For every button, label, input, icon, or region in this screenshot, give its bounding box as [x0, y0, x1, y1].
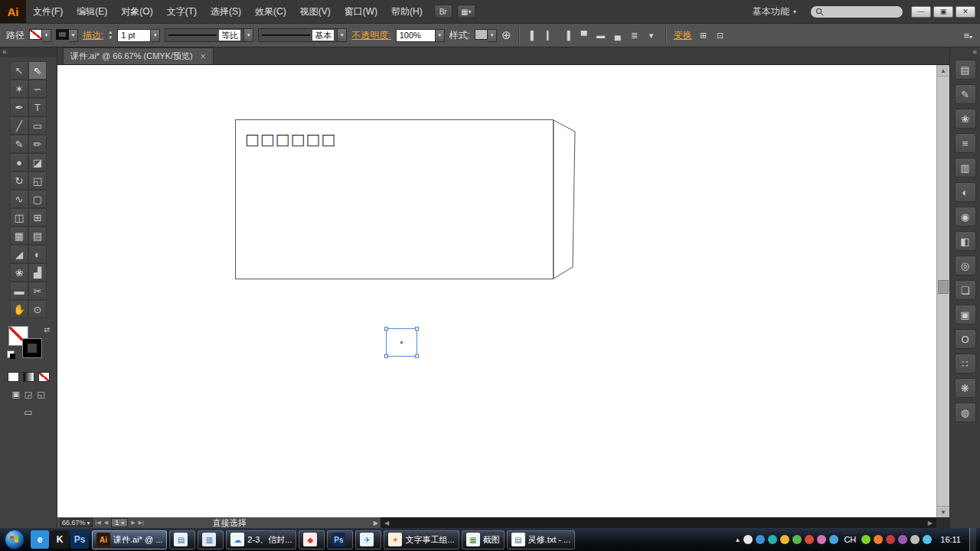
isolate-selection-icon[interactable]: ⊡ [714, 28, 727, 42]
width-tool[interactable]: ∿ [10, 190, 28, 208]
panel-info-icon[interactable]: ◍ [955, 403, 976, 422]
next-artboard-icon[interactable]: ▶ [131, 520, 135, 526]
panel-brushes-icon[interactable]: ✎ [955, 84, 976, 104]
minimize-button[interactable]: — [911, 6, 931, 18]
menubar-menu-7[interactable]: 窗口(W) [338, 0, 384, 23]
scroll-up-icon[interactable]: ▲ [937, 65, 949, 77]
blend-tool[interactable]: ◐ [28, 245, 47, 263]
selection-handle[interactable] [415, 354, 419, 358]
fill-color-caret-icon[interactable]: ▾ [42, 29, 51, 42]
none-button[interactable] [38, 372, 50, 382]
stroke-indicator[interactable] [22, 338, 42, 358]
scroll-left-icon[interactable]: ◀ [384, 520, 389, 527]
menubar-menu-3[interactable]: 文字(T) [160, 0, 204, 23]
swap-fill-stroke-icon[interactable]: ⇄ [44, 326, 50, 334]
quicklaunch-player[interactable]: K [51, 530, 69, 549]
horizontal-scrollbar[interactable]: ◀ ▶ [381, 517, 936, 528]
width-profile-caret-icon[interactable]: ▾ [244, 28, 253, 42]
panel-swatches-icon[interactable]: ▤ [955, 60, 976, 80]
stroke-weight-caret-icon[interactable]: ▾ [151, 29, 160, 42]
task-window-3[interactable]: ◆ [299, 530, 325, 549]
type-tool[interactable]: T [28, 98, 47, 116]
selection-tool[interactable]: ↖ [10, 61, 28, 80]
task-window-2[interactable]: ▥ [198, 530, 224, 549]
dock-expand-icon[interactable]: « [969, 47, 980, 57]
task-notepad[interactable]: ▤灵修.txt - ... [507, 530, 576, 549]
menubar-menu-6[interactable]: 视图(V) [293, 0, 338, 23]
first-artboard-icon[interactable]: |◀ [96, 520, 101, 526]
opacity-caret-icon[interactable]: ▾ [436, 29, 445, 42]
selection-handle[interactable] [384, 354, 388, 358]
stroke-color-swatch[interactable] [56, 29, 69, 40]
menubar-menu-8[interactable]: 帮助(H) [384, 0, 430, 23]
task-illustrator[interactable]: Ai课件.ai* @ ... [92, 530, 167, 549]
status-expand-icon[interactable]: ▶ [374, 520, 378, 527]
tray-expand-icon[interactable]: ▲ [734, 536, 740, 543]
pen-tool[interactable]: ✒ [10, 98, 28, 116]
fill-color-swatch[interactable] [29, 29, 42, 40]
scroll-down-icon[interactable]: ▼ [937, 506, 949, 517]
scroll-right-icon[interactable]: ▶ [928, 520, 933, 527]
blob-brush-tool[interactable]: ● [10, 153, 28, 171]
free-transform-tool[interactable]: ▢ [28, 190, 47, 208]
slice-tool[interactable]: ✂ [28, 282, 47, 300]
tray-icon[interactable] [780, 535, 789, 544]
document-setup-globe-icon[interactable]: ⊕ [501, 28, 511, 42]
tray-icon[interactable] [861, 535, 871, 544]
zoom-level-select[interactable]: 66.67% ▾ [60, 518, 93, 527]
pencil-tool[interactable]: ✏ [28, 135, 47, 153]
tray-icon[interactable] [792, 535, 802, 544]
screen-mode-button[interactable]: ▭ [0, 407, 57, 418]
panel-stroke-icon[interactable]: ≡ [955, 133, 976, 153]
distribute-objects-icon[interactable]: ≣ [628, 28, 642, 42]
scale-tool[interactable]: ◱ [28, 171, 47, 190]
selection-handle[interactable] [384, 327, 388, 331]
transform-panel-icon[interactable]: ⊞ [697, 28, 710, 42]
panel-transform-icon[interactable]: ∷ [955, 354, 976, 373]
menubar-menu-1[interactable]: 编辑(E) [70, 0, 114, 23]
align-options-caret-icon[interactable]: ▾ [645, 28, 658, 42]
align-horizontal-right-icon[interactable]: ▐ [560, 28, 574, 42]
align-vertical-top-icon[interactable]: ▀ [577, 28, 591, 42]
task-cloud-file[interactable]: ☁2-3、信封... [226, 530, 296, 549]
brush-definition-select[interactable]: 基本 [258, 28, 338, 42]
eyedropper-tool[interactable]: ◢ [10, 245, 28, 263]
vertical-scroll-thumb[interactable] [938, 280, 949, 294]
transform-link[interactable]: 变换 [674, 29, 692, 42]
brush-caret-icon[interactable]: ▾ [338, 28, 347, 42]
gradient-button[interactable] [23, 372, 34, 382]
panel-color-icon[interactable]: ◉ [955, 207, 976, 227]
lasso-tool[interactable]: ∽ [28, 80, 47, 98]
stroke-weight-stepper[interactable]: ▲▼ [108, 30, 113, 41]
perspective-grid-tool[interactable]: ⊞ [28, 208, 47, 227]
panel-symbols-icon[interactable]: ❀ [955, 109, 976, 129]
task-text-doc[interactable]: ✦文字事工组... [384, 530, 459, 549]
line-segment-tool[interactable]: ╱ [10, 116, 28, 135]
start-button[interactable] [5, 530, 24, 549]
arrange-documents-icon[interactable]: ▦▾ [457, 5, 475, 18]
draw-inside-icon[interactable]: ◱ [37, 390, 44, 399]
vertical-scrollbar[interactable]: ▲ ▼ [936, 65, 949, 517]
bridge-icon[interactable]: Br [434, 5, 452, 18]
graphic-style-swatch[interactable] [475, 29, 488, 40]
panel-color-guide-icon[interactable]: ◧ [955, 231, 976, 251]
rectangle-tool[interactable]: ▭ [28, 116, 47, 135]
artboard-tool[interactable]: ▬ [10, 282, 28, 300]
menubar-menu-2[interactable]: 对象(O) [114, 0, 159, 23]
selected-square-object[interactable] [386, 328, 417, 357]
paintbrush-tool[interactable]: ✎ [10, 135, 28, 153]
language-indicator[interactable]: CH [844, 535, 856, 544]
tab-close-icon[interactable]: × [201, 51, 206, 62]
panel-layers-icon[interactable]: ❏ [955, 280, 976, 300]
align-horizontal-left-icon[interactable]: ▌ [527, 28, 541, 42]
symbol-sprayer-tool[interactable]: ❀ [10, 263, 28, 282]
tray-icon[interactable] [805, 535, 814, 544]
tray-icon[interactable] [817, 535, 826, 544]
anchor-point[interactable] [400, 341, 403, 344]
opacity-link[interactable]: 不透明度: [351, 29, 390, 42]
close-button[interactable]: ✕ [956, 6, 975, 18]
stroke-weight-field[interactable]: 1 pt [117, 29, 151, 42]
search-input[interactable] [810, 5, 903, 18]
show-desktop-button[interactable] [969, 528, 976, 551]
panel-pathfinder-icon[interactable]: ❋ [955, 378, 976, 398]
